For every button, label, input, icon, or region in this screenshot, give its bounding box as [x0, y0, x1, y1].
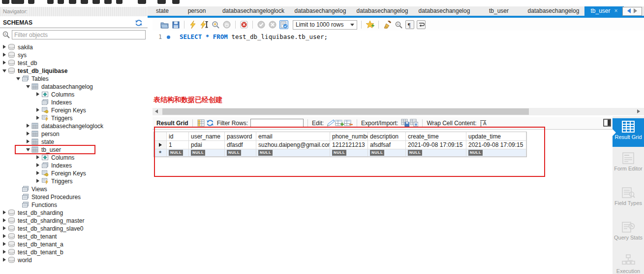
show-invisibles-icon[interactable]: ¶	[405, 20, 414, 29]
tree-item-sakila[interactable]: sakila	[0, 43, 148, 51]
grid-columns-icon[interactable]	[197, 118, 206, 127]
tab-databasechangeloglock[interactable]: databasechangeloglock	[217, 6, 289, 16]
tree-item-databasechangeloglock[interactable]: databasechangeloglock	[0, 122, 148, 130]
toggle-autocommit-icon[interactable]	[279, 20, 288, 29]
tree-item-indexes[interactable]: Indexes	[0, 99, 148, 106]
main-toolbar-button[interactable]	[138, 0, 146, 4]
find-icon[interactable]: A	[394, 20, 403, 29]
side-panel-field-types[interactable]: Field Types	[613, 184, 644, 217]
main-toolbar-button[interactable]	[157, 0, 166, 4]
main-toolbar-button[interactable]	[81, 0, 88, 4]
tab-person[interactable]: person	[176, 6, 217, 16]
expand-down-icon[interactable]	[2, 69, 6, 72]
main-toolbar-button[interactable]	[116, 0, 123, 4]
cell-password[interactable]: dfasdf	[225, 141, 256, 149]
export-recordset-icon[interactable]	[400, 118, 409, 127]
side-panel-query-stats[interactable]: Query Stats	[613, 219, 644, 250]
expand-right-icon[interactable]	[3, 61, 6, 65]
cell-description[interactable]: afsdfsaf	[368, 141, 406, 149]
import-records-icon[interactable]	[409, 118, 418, 127]
expand-right-icon[interactable]	[36, 108, 39, 112]
null-cell-email[interactable]: NULL	[256, 149, 330, 157]
wrap-text-icon[interactable]	[417, 20, 426, 29]
tree-item-foreign-keys[interactable]: Foreign Keys	[0, 106, 148, 114]
expand-right-icon[interactable]	[36, 155, 39, 159]
column-header-password[interactable]: password	[225, 132, 256, 141]
tab-scroll-left-icon[interactable]	[627, 8, 631, 13]
save-snippet-icon[interactable]	[366, 20, 374, 29]
tree-item-triggers[interactable]: Triggers	[0, 177, 148, 185]
tab-scroll-arrows[interactable]	[622, 7, 642, 16]
column-header-phone_number[interactable]: phone_number	[330, 132, 368, 141]
tree-item-views[interactable]: Views	[0, 185, 148, 193]
tree-item-test_db_sharding_master[interactable]: test_db_sharding_master	[0, 217, 148, 225]
tree-item-test_db_sharding[interactable]: test_db_sharding	[0, 209, 148, 217]
tree-item-person[interactable]: person	[0, 130, 148, 138]
commit-icon[interactable]	[257, 20, 266, 29]
filter-rows-input[interactable]	[250, 119, 304, 128]
chevron-down-icon[interactable]	[350, 24, 354, 26]
main-toolbar-button[interactable]	[172, 0, 180, 4]
beautify-icon[interactable]	[383, 20, 392, 29]
expand-right-icon[interactable]	[3, 218, 6, 222]
add-row-icon[interactable]	[335, 118, 344, 127]
stop-on-error-icon[interactable]	[240, 20, 248, 29]
tree-item-columns[interactable]: Columns	[0, 154, 148, 162]
column-header-user_name[interactable]: user_name	[189, 132, 225, 141]
expand-right-icon[interactable]	[3, 242, 6, 246]
main-toolbar-button[interactable]	[92, 0, 100, 4]
tree-item-tables[interactable]: Tables	[0, 75, 148, 83]
cell-update_time[interactable]: 2021-09-08 17:09:15	[466, 141, 526, 149]
execute-current-icon[interactable]	[200, 20, 209, 29]
null-cell-id[interactable]: NULL	[167, 149, 189, 157]
tree-item-indexes[interactable]: Indexes	[0, 162, 148, 170]
tab-databasechangelog[interactable]: databasechangelog	[522, 6, 584, 16]
null-cell-phone_number[interactable]: NULL	[330, 149, 368, 157]
expand-right-icon[interactable]	[36, 92, 39, 96]
expand-right-icon[interactable]	[27, 124, 30, 128]
tree-item-databasechangelog[interactable]: databasechangelog	[0, 83, 148, 91]
main-toolbar-button[interactable]	[104, 0, 112, 4]
tree-item-sys[interactable]: sys	[0, 51, 148, 59]
sql-statement[interactable]: SELECT * FROM test_db_liquibase.tb_user;	[180, 33, 328, 40]
main-toolbar-button[interactable]	[11, 0, 24, 4]
limit-rows-dropdown[interactable]: Limit to 1000 rows	[293, 20, 357, 30]
expand-down-icon[interactable]	[26, 85, 30, 88]
open-file-icon[interactable]	[160, 20, 169, 29]
explain-icon[interactable]	[211, 20, 220, 29]
expand-right-icon[interactable]	[27, 132, 30, 136]
execute-icon[interactable]	[188, 20, 197, 29]
cell-id[interactable]: 1	[167, 141, 189, 149]
side-panel-form-editor[interactable]: Form Editor	[613, 150, 644, 182]
sql-editor[interactable]: 1 SELECT * FROM test_db_liquibase.tb_use…	[153, 31, 644, 95]
tab-tb_user-active[interactable]: tb_user×	[584, 6, 624, 16]
expand-right-icon[interactable]	[27, 139, 30, 143]
edit-pencil-icon[interactable]	[326, 118, 335, 127]
expand-right-icon[interactable]	[3, 234, 6, 238]
main-toolbar-button[interactable]	[28, 0, 34, 4]
tab-scroll-right-icon[interactable]	[634, 8, 637, 13]
side-panel-execution[interactable]: Execution	[613, 252, 644, 274]
expand-down-icon[interactable]	[26, 148, 30, 151]
wrap-cell-icon[interactable]: IA	[479, 119, 488, 128]
tree-item-test_db_tenant[interactable]: test_db_tenant	[0, 233, 148, 240]
expand-right-icon[interactable]	[36, 116, 39, 120]
tree-item-functions[interactable]: Functions	[0, 201, 148, 209]
main-toolbar-button[interactable]	[58, 0, 64, 4]
expand-right-icon[interactable]	[36, 171, 39, 175]
tree-item-tb_user[interactable]: tb_user	[0, 146, 148, 154]
tree-item-triggers[interactable]: Triggers	[0, 114, 148, 122]
tree-item-test_db_liquibase[interactable]: test_db_liquibase	[0, 67, 148, 75]
horizontal-scrollbar[interactable]	[153, 108, 644, 115]
expand-right-icon[interactable]	[36, 179, 39, 183]
tree-item-stored-procedures[interactable]: Stored Procedures	[0, 193, 148, 201]
tab-tb_user[interactable]: tb_user	[475, 6, 522, 16]
tree-item-state[interactable]: state	[0, 138, 148, 146]
tab-databasechangelog[interactable]: databasechangelog	[413, 6, 475, 16]
expand-right-icon[interactable]	[3, 258, 6, 262]
expand-down-icon[interactable]	[16, 77, 20, 80]
main-toolbar-button[interactable]	[2, 0, 9, 4]
null-cell-update_time[interactable]: NULL	[466, 149, 526, 157]
column-header-create_time[interactable]: create_time	[406, 132, 466, 141]
expand-right-icon[interactable]	[3, 45, 6, 49]
